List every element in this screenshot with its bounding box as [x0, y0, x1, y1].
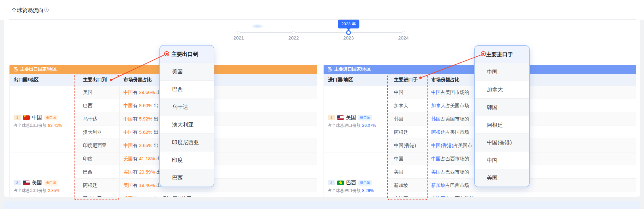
- share-text: 出口到了哥伦比亚: [152, 196, 192, 197]
- share-percent: 29.66%: [139, 89, 155, 95]
- share-percent: 8.82%: [139, 196, 152, 197]
- country-badge-row: 1美国进口国: [328, 114, 372, 121]
- share-text: 有: [133, 182, 139, 188]
- global-share-value: 26.07%: [362, 123, 376, 128]
- market-share-cell: 韩国占美国市场的: [431, 112, 469, 126]
- popup-item[interactable]: 印度尼西亚: [160, 134, 214, 151]
- share-text: 出: [152, 103, 158, 108]
- popup-item[interactable]: 加拿大: [475, 81, 529, 99]
- popup-item[interactable]: 阿根廷: [475, 116, 529, 134]
- share-country: 美国: [123, 182, 133, 188]
- country-cell: 1美国进口国占全球总进口份额26.07%: [324, 86, 388, 152]
- popup-item[interactable]: 中国(香港): [475, 134, 529, 151]
- year-dot-2021[interactable]: [237, 31, 241, 34]
- export-column-highlight-box: [74, 75, 119, 200]
- column-divider: [119, 86, 120, 197]
- section-header: 全球贸易流向 !: [0, 0, 644, 20]
- rank-badge: 2: [328, 180, 335, 185]
- share-text: 有: [133, 129, 139, 135]
- share-text: 有: [133, 196, 139, 197]
- country-name: 美国: [32, 180, 42, 186]
- market-share-cell: 阿根廷占美国市场: [431, 126, 469, 139]
- global-share-line: 占全球总进口份额8.26%: [328, 188, 374, 194]
- country-flag-br-icon: [337, 181, 344, 185]
- country-cell: 1★中国出口国占全球总出口份额83.41%: [10, 86, 75, 152]
- popup-item[interactable]: 美国: [160, 63, 214, 81]
- share-country: 美国: [123, 156, 133, 161]
- share-text: 占美国市场: [445, 103, 469, 108]
- info-icon[interactable]: !: [44, 8, 49, 12]
- year-dot-2024[interactable]: [402, 31, 405, 34]
- share-text: 占巴西市场的: [441, 156, 469, 161]
- share-text: 有: [133, 143, 139, 148]
- col-header: 市场份额占比: [123, 74, 152, 86]
- import-table-title: 主要进口国家/地区: [334, 66, 371, 72]
- share-country: 中国: [123, 129, 133, 135]
- role-badge: 进口国: [358, 180, 372, 186]
- rank-badge: 2: [14, 180, 21, 185]
- share-text: 占巴西市场的: [441, 169, 469, 175]
- popup-item[interactable]: 韩国: [475, 99, 529, 116]
- country-badge-row: 1★中国出口国: [14, 114, 58, 121]
- share-percent: 1.09%: [475, 196, 489, 197]
- share-country: 中国: [123, 89, 133, 95]
- year-dot-2023[interactable]: [346, 30, 351, 35]
- share-country: 美国: [123, 169, 133, 175]
- year-label-2023: 2023: [343, 35, 354, 40]
- share-country: 中国: [123, 103, 133, 108]
- popup-item[interactable]: 印度: [160, 151, 214, 169]
- share-country: 美国: [123, 196, 133, 197]
- popup-item[interactable]: 巴西: [160, 169, 214, 187]
- rank-badge: 1: [328, 115, 335, 120]
- global-share-label: 占全球总进口份额: [328, 188, 361, 193]
- year-dot-2022[interactable]: [292, 31, 295, 34]
- popup-item[interactable]: 中国: [475, 151, 529, 169]
- share-text: 有: [133, 156, 139, 161]
- share-percent: 20.59%: [139, 169, 155, 175]
- share-percent: 5.62%: [139, 129, 152, 135]
- role-badge: 出口国: [44, 115, 58, 120]
- global-share-label: 占全球总出口份额: [14, 188, 46, 193]
- market-share-cell: 摩洛哥占巴西市场的 1.09%: [431, 192, 489, 197]
- share-text: 占巴西市场的: [445, 196, 475, 197]
- share-country: 韩国: [431, 116, 441, 121]
- market-share-cell: 美国有 41.18% 出: [123, 152, 161, 165]
- import-column-highlight-box: [387, 75, 428, 200]
- market-share-cell: 中国有 3.65% 出: [123, 139, 158, 152]
- popup-item[interactable]: 巴西: [160, 81, 214, 98]
- export-popup-list: 美国巴西乌干达澳大利亚印度尼西亚印度巴西: [160, 63, 214, 187]
- country-cell: 2巴西进口国占全球总进口份额8.26%: [324, 152, 388, 197]
- global-share-line: 占全球总出口份额83.41%: [14, 123, 62, 128]
- popup-item[interactable]: 美国: [475, 169, 529, 187]
- column-divider: [428, 76, 428, 84]
- global-share-value: 2.35%: [48, 188, 60, 193]
- popup-item[interactable]: 乌干达: [160, 98, 214, 116]
- country-name: 美国: [346, 114, 356, 121]
- share-country: 摩洛哥: [431, 196, 445, 197]
- export-popup: 主要出口到美国巴西乌干达澳大利亚印度尼西亚印度巴西: [159, 45, 214, 187]
- popup-item[interactable]: 中国: [475, 63, 529, 81]
- slider-track[interactable]: [239, 32, 403, 33]
- popup-item[interactable]: 澳大利亚: [160, 116, 214, 134]
- market-share-cell: 中国(香港)占美国市: [431, 139, 472, 152]
- share-percent: 19.46%: [139, 182, 155, 188]
- col-header: 出口国/地区: [14, 74, 39, 86]
- share-country: 中国: [431, 156, 441, 161]
- share-country: 阿根廷: [431, 129, 445, 135]
- global-share-line: 占全球总出口份额2.35%: [14, 188, 60, 194]
- share-text: 有: [133, 89, 139, 95]
- share-country: 中国: [123, 116, 133, 121]
- share-percent: 8.60%: [139, 103, 152, 108]
- next-section-strip: [4, 201, 640, 209]
- share-text: 出: [152, 116, 158, 121]
- country-name: 中国: [32, 114, 42, 121]
- market-share-cell: 中国有 5.62% 出: [123, 126, 158, 139]
- col-header: 市场份额占比: [431, 74, 460, 86]
- share-percent: 5.92%: [139, 116, 152, 121]
- report-icon: [14, 67, 18, 71]
- country-cell: 2美国出口国占全球总出口份额2.35%: [10, 152, 75, 197]
- global-share-value: 83.41%: [48, 123, 62, 128]
- page: 全球贸易流向 ! 2021202220232024 2023 年 主要出口国家/…: [0, 0, 644, 209]
- share-percent: 41.18%: [139, 156, 155, 161]
- header-divider: [9, 19, 636, 20]
